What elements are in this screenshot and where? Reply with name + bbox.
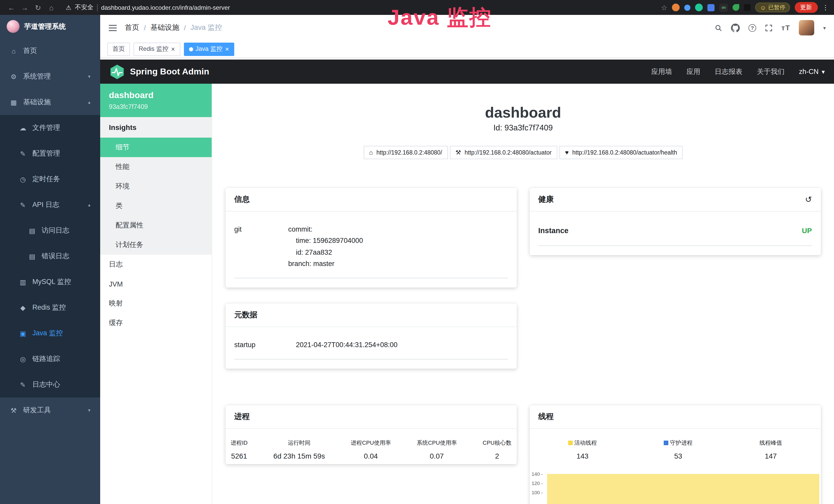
sba-nav-applications[interactable]: 应用 [686,67,700,76]
sidebar-item-label: 研发工具 [23,406,51,415]
sidebar-item-file-mgmt[interactable]: ☁ 文件管理 [0,115,100,141]
paused-label: 已暂停 [768,4,785,11]
sba-nav-about[interactable]: 关于我们 [757,67,785,76]
breadcrumb-home[interactable]: 首页 [125,23,139,32]
card-header: 健康 ↺ [530,188,821,211]
chevron-up-icon: ▴ [88,100,90,105]
sba-locale-select[interactable]: zh-CN ▾ [799,68,825,75]
fullscreen-icon[interactable] [765,24,773,31]
close-icon[interactable]: × [171,46,175,52]
link-label: http://192.168.0.2:48080/actuator [465,150,552,156]
tag-java-monitor[interactable]: Java 监控 × [184,42,234,56]
address-bar[interactable]: ⚠ 不安全 dashboard.yudao.iocoder.cn/infra/a… [66,3,230,12]
y-tick: 120 [530,481,543,486]
hamburger-icon[interactable] [108,24,117,31]
card-body: Instance UP [530,211,821,255]
font-size-icon[interactable]: тT [781,24,790,32]
browser-home-icon[interactable]: ⌂ [45,3,58,12]
sidebar-item-dev-tools[interactable]: ⚒ 研发工具 ▾ [0,397,100,423]
sidebar-item-api-logs[interactable]: ✎ API 日志 ▴ [0,192,100,218]
sba-nav-wallboard[interactable]: 应用墙 [651,67,672,76]
sidebar-item-mysql-monitor[interactable]: ▥ MySQL 监控 [0,269,100,295]
github-icon[interactable] [731,23,740,32]
stat-value: 53 [664,452,693,460]
extension-icon-leaf[interactable] [732,4,739,11]
redis-icon: ◆ [19,304,27,312]
extension-icon-on-badge[interactable]: on [719,3,728,12]
sidebar-item-error-logs[interactable]: ▤ 错误日志 [0,244,100,269]
sba-item-logs[interactable]: 日志 [100,255,212,274]
git-time-line: time: 1596289704000 [288,235,363,247]
sidebar-item-redis-monitor[interactable]: ◆ Redis 监控 [0,295,100,320]
threads-chart: 140 120 100 [530,469,821,504]
logo-avatar [7,20,20,33]
extension-icon-blue-grid[interactable] [707,4,715,11]
sidebar-item-scheduled-jobs[interactable]: ◷ 定时任务 [0,166,100,192]
app-logo[interactable]: 芋道管理系统 [0,15,100,38]
chevron-up-icon: ▴ [88,202,90,207]
y-tick: 140 [530,472,543,477]
sba-item-classes[interactable]: 类 [100,196,212,216]
sidebar-item-label: 文件管理 [32,123,60,133]
link-root-url[interactable]: ⌂ http://192.168.0.2:48080/ [364,146,448,159]
sidebar-item-system-mgmt[interactable]: ⚙ 系统管理 ▾ [0,64,100,89]
bookmark-star-icon[interactable]: ☆ [661,3,667,12]
y-tick: 100 [530,490,543,496]
sidebar-item-infrastructure[interactable]: ▦ 基础设施 ▴ [0,89,100,115]
spring-boot-admin-logo[interactable] [109,64,125,79]
info-key: git [234,224,288,270]
sidebar-item-config-mgmt[interactable]: ✎ 配置管理 [0,141,100,166]
browser-back-icon[interactable]: ← [5,3,18,12]
sidebar-item-access-logs[interactable]: ▤ 访问日志 [0,218,100,244]
sba-item-caches[interactable]: 缓存 [100,313,212,333]
browser-menu-icon[interactable]: ⋮ [822,4,829,11]
sidebar-item-label: 链路追踪 [32,354,60,364]
help-icon[interactable]: ? [748,24,756,31]
link-actuator-url[interactable]: ⚒ http://192.168.0.2:48080/actuator [450,146,557,159]
extension-icon-green[interactable] [695,4,703,11]
avatar-caret-icon[interactable]: ▾ [823,25,826,30]
history-icon[interactable]: ↺ [805,194,812,204]
sba-item-jvm[interactable]: JVM [100,274,212,294]
update-button[interactable]: 更新 [794,2,817,13]
stat-uptime: 运行时间 6d 23h 15m 59s [273,439,325,460]
sba-item-performance[interactable]: 性能 [100,157,212,177]
sba-item-details[interactable]: 细节 [100,138,212,157]
info-value: commit: time: 1596289704000 id: 27aa832 … [288,224,363,270]
sba-brand[interactable]: Spring Boot Admin [130,67,209,77]
stat-label: CPU核心数 [483,439,511,447]
sidebar-item-log-center[interactable]: ✎ 日志中心 [0,372,100,397]
user-avatar[interactable] [799,20,814,36]
paused-badge[interactable]: ☺ 已暂停 [755,3,790,12]
browser-reload-icon[interactable]: ↻ [32,3,44,12]
breadcrumb-infrastructure[interactable]: 基础设施 [151,23,179,32]
info-card: 信息 git commit: time: 1596289704000 id: 2 [225,188,517,288]
sidebar-item-home[interactable]: ⌂ 首页 [0,38,100,64]
sidebar-item-trace[interactable]: ◎ 链路追踪 [0,346,100,372]
card-title: 健康 [539,194,554,204]
sba-item-mappings[interactable]: 映射 [100,294,212,313]
sidebar-item-java-monitor[interactable]: ▣ Java 监控 [0,320,100,346]
breadcrumb-separator [144,24,146,32]
url-text[interactable]: dashboard.yudao.iocoder.cn/infra/admin-s… [101,4,230,11]
browser-forward-icon[interactable]: → [19,3,31,12]
close-icon[interactable]: × [225,46,229,52]
main-column: 首页 基础设施 Java 监控 ? [100,15,834,504]
tag-label: Java 监控 [195,45,222,53]
search-icon[interactable] [715,24,722,31]
extension-icon-orange[interactable] [672,4,680,11]
sba-item-config-props[interactable]: 配置属性 [100,216,212,235]
card-body: git commit: time: 1596289704000 id: 27aa… [225,211,517,288]
tag-redis-monitor[interactable]: Redis 监控 × [134,42,180,56]
instance-header[interactable]: dashboard 93a3fc7f7409 [100,84,212,117]
sba-body: dashboard 93a3fc7f7409 Insights 细节 性能 环境… [100,84,834,504]
extension-icon-dark[interactable] [744,4,750,11]
sba-nav-journal[interactable]: 日志报表 [715,67,742,76]
instance-name: dashboard [109,90,203,101]
extension-icon-blue-drop[interactable] [684,4,690,10]
sba-item-scheduled-tasks[interactable]: 计划任务 [100,235,212,255]
chevron-down-icon: ▾ [88,408,90,413]
tag-home[interactable]: 首页 [107,42,130,56]
link-health-url[interactable]: ♥ http://192.168.0.2:48080/actuator/heal… [559,146,683,159]
sba-item-environment[interactable]: 环境 [100,177,212,196]
